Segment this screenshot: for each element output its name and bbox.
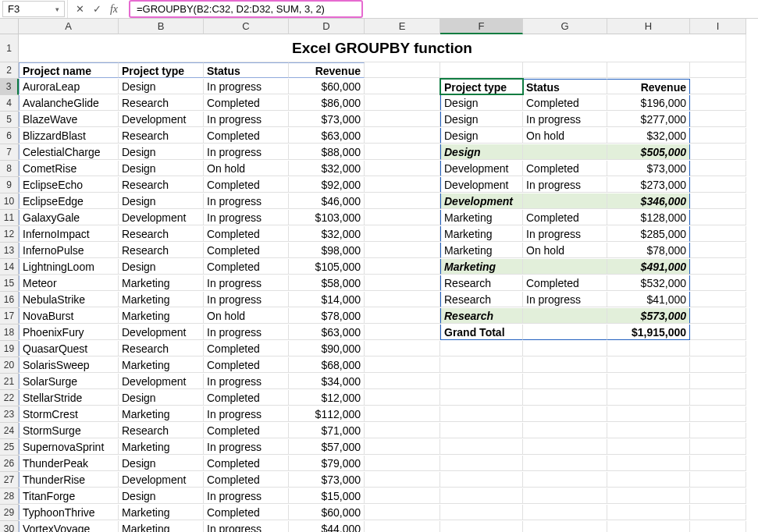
cell-C12[interactable]: Completed	[204, 226, 289, 242]
cell-I5[interactable]	[690, 112, 746, 127]
cell-E10[interactable]	[365, 193, 440, 209]
row-header-27[interactable]: 27	[0, 472, 19, 488]
row-header-10[interactable]: 10	[0, 193, 19, 210]
cell-A14[interactable]: LightningLoom	[19, 259, 119, 275]
row-header-13[interactable]: 13	[0, 243, 19, 259]
row-header-3[interactable]: 3	[0, 79, 19, 95]
column-header-A[interactable]: A	[19, 19, 119, 34]
cell-B30[interactable]: Marketing	[119, 521, 204, 532]
cell-D28[interactable]: $15,000	[289, 488, 365, 504]
cell-A23[interactable]: StormCrest	[19, 406, 119, 422]
right-cell-subtotal[interactable]: Research	[440, 308, 523, 324]
cell-B3[interactable]: Design	[119, 79, 204, 94]
cell-G21[interactable]	[523, 374, 607, 389]
cell-E18[interactable]	[365, 325, 440, 340]
cell-A13[interactable]: InfernoPulse	[19, 243, 119, 258]
column-header-H[interactable]: H	[607, 19, 690, 34]
cell-E13[interactable]	[365, 243, 440, 258]
cell-F19[interactable]	[440, 341, 523, 356]
right-header-revenue[interactable]: Revenue	[607, 79, 690, 94]
cell-B5[interactable]: Development	[119, 112, 204, 127]
cell-I11[interactable]	[690, 210, 746, 225]
cell-C7[interactable]: In progress	[204, 144, 289, 160]
cell-F27[interactable]	[440, 472, 523, 488]
row-header-20[interactable]: 20	[0, 357, 19, 374]
cell-A21[interactable]: SolarSurge	[19, 374, 119, 389]
cell-E3[interactable]	[365, 79, 440, 94]
cell-A3[interactable]: AuroraLeap	[19, 79, 119, 94]
right-cell-detail[interactable]: $32,000	[607, 128, 690, 144]
cell-H19[interactable]	[607, 341, 690, 356]
cell-B10[interactable]: Design	[119, 193, 204, 209]
column-header-I[interactable]: I	[690, 19, 746, 34]
cell-D19[interactable]: $90,000	[289, 341, 365, 356]
cell-D6[interactable]: $63,000	[289, 128, 365, 144]
cell-D27[interactable]: $73,000	[289, 472, 365, 488]
cell-C25[interactable]: In progress	[204, 439, 289, 455]
cancel-icon[interactable]: ✕	[73, 2, 87, 16]
column-header-B[interactable]: B	[119, 19, 204, 34]
right-cell-grandtotal[interactable]	[523, 325, 607, 340]
cell-D26[interactable]: $79,000	[289, 456, 365, 471]
cell-G29[interactable]	[523, 505, 607, 520]
cell-E23[interactable]	[365, 406, 440, 422]
cell-B19[interactable]: Research	[119, 341, 204, 356]
cell-B28[interactable]: Design	[119, 488, 204, 504]
cell-E15[interactable]	[365, 275, 440, 291]
cell-I4[interactable]	[690, 95, 746, 111]
cell-I3[interactable]	[690, 79, 746, 94]
cell-E21[interactable]	[365, 374, 440, 389]
right-cell-detail[interactable]: $273,000	[607, 177, 690, 193]
cell-H22[interactable]	[607, 390, 690, 406]
cell-D21[interactable]: $34,000	[289, 374, 365, 389]
cell-I24[interactable]	[690, 423, 746, 438]
right-cell-detail[interactable]: Design	[440, 112, 523, 127]
cell-D29[interactable]: $60,000	[289, 505, 365, 520]
cell-C8[interactable]: On hold	[204, 161, 289, 176]
cell-I28[interactable]	[690, 488, 746, 504]
cell-I7[interactable]	[690, 144, 746, 160]
cell-B22[interactable]: Design	[119, 390, 204, 406]
cell-C23[interactable]: In progress	[204, 406, 289, 422]
row-header-4[interactable]: 4	[0, 95, 19, 112]
cell-E24[interactable]	[365, 423, 440, 438]
cell-A8[interactable]: CometRise	[19, 161, 119, 176]
row-header-2[interactable]: 2	[0, 62, 19, 79]
cell-A11[interactable]: GalaxyGale	[19, 210, 119, 225]
cell-I26[interactable]	[690, 456, 746, 471]
right-cell-detail[interactable]: $78,000	[607, 243, 690, 258]
right-cell-detail[interactable]: $277,000	[607, 112, 690, 127]
right-cell-detail[interactable]: On hold	[523, 243, 607, 258]
cell-F30[interactable]	[440, 521, 523, 532]
right-cell-subtotal[interactable]: Development	[440, 193, 523, 209]
cell-B25[interactable]: Marketing	[119, 439, 204, 455]
cell-D16[interactable]: $14,000	[289, 292, 365, 307]
cell-A24[interactable]: StormSurge	[19, 423, 119, 438]
cell-C14[interactable]: Completed	[204, 259, 289, 275]
cell-E25[interactable]	[365, 439, 440, 455]
cell-I9[interactable]	[690, 177, 746, 193]
cell-B21[interactable]: Development	[119, 374, 204, 389]
cell-E8[interactable]	[365, 161, 440, 176]
cell-E2[interactable]	[365, 62, 440, 78]
cell-E11[interactable]	[365, 210, 440, 225]
cell-H24[interactable]	[607, 423, 690, 438]
cell-H28[interactable]	[607, 488, 690, 504]
cell-A18[interactable]: PhoenixFury	[19, 325, 119, 340]
cell-E19[interactable]	[365, 341, 440, 356]
cell-D22[interactable]: $12,000	[289, 390, 365, 406]
cell-F28[interactable]	[440, 488, 523, 504]
right-cell-detail[interactable]: $128,000	[607, 210, 690, 225]
cell-I23[interactable]	[690, 406, 746, 422]
cell-B6[interactable]: Research	[119, 128, 204, 144]
cell-F25[interactable]	[440, 439, 523, 455]
cell-F21[interactable]	[440, 374, 523, 389]
cell-I25[interactable]	[690, 439, 746, 455]
left-header-revenue[interactable]: Revenue	[289, 62, 365, 78]
right-cell-detail[interactable]: Completed	[523, 161, 607, 176]
cell-A19[interactable]: QuasarQuest	[19, 341, 119, 356]
cell-D11[interactable]: $103,000	[289, 210, 365, 225]
row-header-22[interactable]: 22	[0, 390, 19, 406]
cell-B23[interactable]: Marketing	[119, 406, 204, 422]
right-cell-detail[interactable]: Marketing	[440, 243, 523, 258]
